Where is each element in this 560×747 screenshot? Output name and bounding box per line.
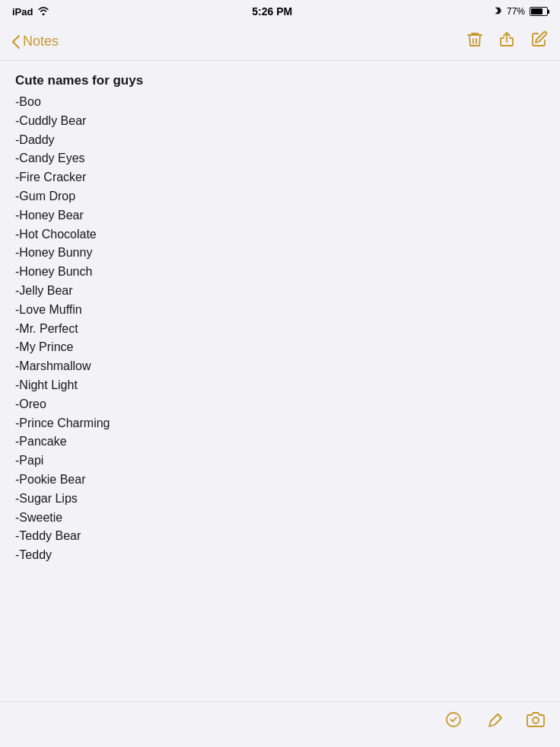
note-line: -Pookie Bear (15, 471, 545, 490)
status-bar: iPad 5:26 PM 77% (0, 0, 560, 23)
note-line: -Honey Bunch (15, 263, 545, 282)
status-right: 77% (495, 5, 548, 18)
back-button[interactable]: Notes (12, 34, 59, 49)
note-line: -Marshmallow (15, 357, 545, 376)
note-line: -Teddy (15, 546, 545, 565)
bottom-toolbar (0, 701, 560, 747)
back-label: Notes (23, 34, 59, 49)
pen-button[interactable] (485, 710, 504, 733)
battery-indicator (530, 7, 548, 16)
share-button[interactable] (498, 30, 516, 53)
note-line: -Night Light (15, 376, 545, 395)
note-line: -Papi (15, 452, 545, 471)
svg-point-2 (447, 713, 460, 726)
nav-bar: Notes (0, 23, 560, 61)
battery-percent: 77% (507, 6, 525, 17)
note-line: -Jelly Bear (15, 282, 545, 301)
note-title: Cute names for guys (15, 73, 545, 88)
note-line: -Candy Eyes (15, 149, 545, 168)
note-line: -Fire Cracker (15, 168, 545, 187)
svg-line-3 (498, 714, 500, 717)
note-body: -Boo-Cuddly Bear-Daddy-Candy Eyes-Fire C… (15, 93, 545, 565)
note-line: -Pancake (15, 433, 545, 452)
note-line: -Sweetie (15, 509, 545, 528)
svg-point-4 (533, 717, 539, 723)
note-line: -Daddy (15, 131, 545, 150)
note-line: -Hot Chocolate (15, 225, 545, 244)
status-left: iPad (12, 6, 49, 18)
note-line: -Love Muffin (15, 301, 545, 320)
note-line: -Sugar Lips (15, 490, 545, 509)
wifi-icon (37, 6, 49, 18)
checklist-button[interactable] (444, 710, 463, 733)
note-line: -Prince Charming (15, 414, 545, 433)
note-line: -Gum Drop (15, 187, 545, 206)
note-line: -Mr. Perfect (15, 320, 545, 339)
note-content: Cute names for guys -Boo-Cuddly Bear-Dad… (0, 61, 560, 577)
note-line: -Teddy Bear (15, 527, 545, 546)
bluetooth-icon (495, 5, 502, 18)
note-line: -Cuddly Bear (15, 112, 545, 131)
note-line: -Honey Bunny (15, 244, 545, 263)
note-line: -Honey Bear (15, 206, 545, 225)
delete-button[interactable] (466, 30, 484, 53)
camera-button[interactable] (527, 710, 545, 733)
note-line: -Oreo (15, 395, 545, 414)
compose-button[interactable] (530, 30, 548, 53)
nav-actions (466, 30, 548, 53)
note-line: -Boo (15, 93, 545, 112)
note-line: -My Prince (15, 338, 545, 357)
status-time: 5:26 PM (252, 5, 292, 18)
device-label: iPad (12, 6, 33, 18)
